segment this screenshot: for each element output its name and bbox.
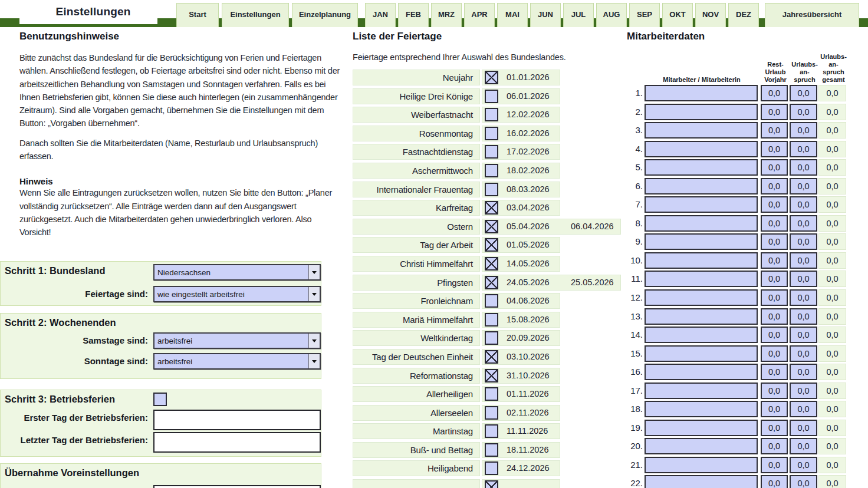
- rest-urlaub-input[interactable]: 0,0: [761, 327, 788, 343]
- urlaubsanspruch-input[interactable]: 0,0: [790, 215, 817, 232]
- urlaubsanspruch-input[interactable]: 0,0: [790, 308, 817, 325]
- rest-urlaub-input[interactable]: 0,0: [761, 345, 788, 362]
- urlaubsanspruch-input[interactable]: 0,0: [790, 345, 817, 362]
- holiday-checkbox[interactable]: [485, 183, 498, 196]
- tab-start[interactable]: Start: [176, 3, 219, 27]
- urlaubsanspruch-input[interactable]: 0,0: [790, 233, 817, 250]
- tab-jul[interactable]: JUL: [563, 3, 594, 27]
- holiday-checkbox[interactable]: [485, 480, 498, 488]
- employee-name-input[interactable]: [645, 401, 758, 417]
- tab-aug[interactable]: AUG: [596, 3, 627, 27]
- holiday-checkbox[interactable]: [485, 220, 498, 233]
- holiday-checkbox[interactable]: [485, 461, 498, 475]
- holiday-checkbox[interactable]: [485, 406, 498, 420]
- employee-name-input[interactable]: [645, 233, 758, 250]
- employee-name-input[interactable]: [645, 289, 758, 306]
- urlaubsanspruch-input[interactable]: 0,0: [790, 289, 817, 306]
- employee-name-input[interactable]: [645, 308, 758, 325]
- tab-dez[interactable]: DEZ: [728, 3, 759, 27]
- urlaubsanspruch-input[interactable]: 0,0: [790, 196, 817, 213]
- urlaubsanspruch-input[interactable]: 0,0: [790, 420, 817, 436]
- rest-urlaub-input[interactable]: 0,0: [761, 85, 788, 101]
- holiday-checkbox[interactable]: [485, 164, 498, 177]
- urlaubsanspruch-input[interactable]: 0,0: [790, 401, 817, 417]
- employee-name-input[interactable]: [645, 438, 758, 454]
- urlaubsanspruch-input[interactable]: 0,0: [790, 122, 817, 139]
- urlaubsanspruch-input[interactable]: 0,0: [790, 178, 817, 194]
- holiday-checkbox[interactable]: [485, 71, 498, 84]
- feiertage-select[interactable]: wie eingestellt arbeitsfrei: [153, 286, 321, 302]
- employee-name-input[interactable]: [645, 420, 758, 436]
- employee-name-input[interactable]: [645, 457, 758, 473]
- holiday-checkbox[interactable]: [485, 424, 498, 438]
- rest-urlaub-input[interactable]: 0,0: [761, 178, 788, 194]
- urlaubsanspruch-input[interactable]: 0,0: [790, 104, 817, 120]
- urlaubsanspruch-input[interactable]: 0,0: [790, 271, 817, 287]
- tab-mai[interactable]: MAI: [497, 3, 528, 27]
- rest-urlaub-input[interactable]: 0,0: [761, 289, 788, 306]
- holiday-checkbox[interactable]: [485, 294, 498, 308]
- tab-feb[interactable]: FEB: [398, 3, 429, 27]
- tab-apr[interactable]: APR: [464, 3, 495, 27]
- employee-name-input[interactable]: [645, 327, 758, 343]
- bundesland-select[interactable]: Niedersachsen: [153, 264, 321, 281]
- rest-urlaub-input[interactable]: 0,0: [761, 401, 788, 417]
- employee-name-input[interactable]: [645, 364, 758, 380]
- urlaubsanspruch-input[interactable]: 0,0: [790, 475, 817, 488]
- rest-urlaub-input[interactable]: 0,0: [761, 233, 788, 250]
- rest-urlaub-input[interactable]: 0,0: [761, 271, 788, 287]
- holiday-checkbox[interactable]: [485, 108, 498, 121]
- employee-name-input[interactable]: [645, 122, 758, 139]
- apply-button[interactable]: [153, 485, 321, 488]
- employee-name-input[interactable]: [645, 178, 758, 194]
- rest-urlaub-input[interactable]: 0,0: [761, 159, 788, 176]
- urlaubsanspruch-input[interactable]: 0,0: [790, 327, 817, 343]
- employee-name-input[interactable]: [645, 383, 758, 399]
- tab-nov[interactable]: NOV: [695, 3, 726, 27]
- holiday-checkbox[interactable]: [485, 331, 498, 345]
- employee-name-input[interactable]: [645, 215, 758, 232]
- rest-urlaub-input[interactable]: 0,0: [761, 308, 788, 325]
- holiday-checkbox[interactable]: [485, 257, 498, 271]
- urlaubsanspruch-input[interactable]: 0,0: [790, 438, 817, 454]
- tab-jahresuebersicht[interactable]: Jahresübersicht: [765, 3, 859, 27]
- holiday-checkbox[interactable]: [485, 201, 498, 215]
- tab-jun[interactable]: JUN: [530, 3, 561, 27]
- tab-mrz[interactable]: MRZ: [431, 3, 462, 27]
- sonntage-dropdown-button[interactable]: [308, 354, 320, 368]
- holiday-checkbox[interactable]: [485, 350, 498, 364]
- employee-name-input[interactable]: [645, 141, 758, 157]
- employee-name-input[interactable]: [645, 159, 758, 176]
- urlaubsanspruch-input[interactable]: 0,0: [790, 364, 817, 380]
- holiday-checkbox[interactable]: [485, 369, 498, 383]
- bundesland-dropdown-button[interactable]: [308, 265, 320, 279]
- holiday-checkbox[interactable]: [485, 276, 498, 289]
- rest-urlaub-input[interactable]: 0,0: [761, 141, 788, 157]
- rest-urlaub-input[interactable]: 0,0: [761, 364, 788, 380]
- rest-urlaub-input[interactable]: 0,0: [761, 196, 788, 213]
- holiday-checkbox[interactable]: [485, 443, 498, 457]
- tab-einzelplanung[interactable]: Einzelplanung: [292, 3, 358, 27]
- holiday-checkbox[interactable]: [485, 145, 498, 159]
- tab-einstellungen[interactable]: Einstellungen: [222, 3, 289, 27]
- rest-urlaub-input[interactable]: 0,0: [761, 475, 788, 488]
- samstage-select[interactable]: arbeitsfrei: [153, 332, 321, 349]
- rest-urlaub-input[interactable]: 0,0: [761, 122, 788, 139]
- urlaubsanspruch-input[interactable]: 0,0: [790, 252, 817, 269]
- holiday-checkbox[interactable]: [485, 387, 498, 401]
- urlaubsanspruch-input[interactable]: 0,0: [790, 159, 817, 176]
- rest-urlaub-input[interactable]: 0,0: [761, 438, 788, 454]
- employee-name-input[interactable]: [645, 196, 758, 213]
- urlaubsanspruch-input[interactable]: 0,0: [790, 141, 817, 157]
- rest-urlaub-input[interactable]: 0,0: [761, 420, 788, 436]
- urlaubsanspruch-input[interactable]: 0,0: [790, 457, 817, 473]
- erster-tag-input[interactable]: [153, 410, 321, 430]
- rest-urlaub-input[interactable]: 0,0: [761, 457, 788, 473]
- employee-name-input[interactable]: [645, 345, 758, 362]
- rest-urlaub-input[interactable]: 0,0: [761, 252, 788, 269]
- holiday-checkbox[interactable]: [485, 238, 498, 252]
- tab-sep[interactable]: SEP: [629, 3, 660, 27]
- urlaubsanspruch-input[interactable]: 0,0: [790, 85, 817, 101]
- rest-urlaub-input[interactable]: 0,0: [761, 383, 788, 399]
- letzter-tag-input[interactable]: [153, 432, 321, 453]
